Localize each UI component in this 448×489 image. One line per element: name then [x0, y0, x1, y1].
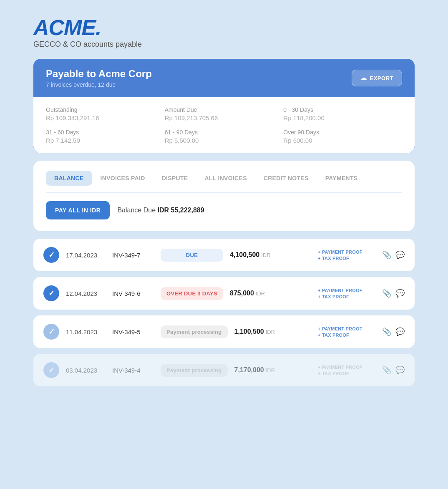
page-subtitle: GECCO & CO accounts payable — [33, 40, 415, 49]
payable-subtitle: 7 invoices overdue, 12 due — [46, 81, 152, 88]
stat-label: 61 - 90 Days — [165, 129, 284, 136]
stat-label: 31 - 60 Days — [46, 129, 165, 136]
invoice-icons: 📎 💬 — [382, 327, 405, 336]
invoice-icons: 📎 💬 — [382, 365, 405, 375]
checkmark-icon: ✓ — [48, 289, 55, 298]
stat-item: Amount Due Rp 109,213,705.66 — [165, 106, 284, 121]
check-circle[interactable]: ✓ — [43, 324, 59, 340]
invoice-id: INV-349-6 — [112, 290, 154, 297]
stat-item: 61 - 90 Days Rp 5,500.00 — [165, 129, 284, 144]
check-circle[interactable]: ✓ — [43, 247, 59, 263]
payment-proof-link[interactable]: + PAYMENT PROOF — [318, 326, 372, 331]
stat-value: Rp 109,213,705.66 — [165, 114, 284, 121]
check-circle[interactable]: ✓ — [43, 285, 59, 301]
tab-dispute[interactable]: DISPUTE — [154, 171, 196, 186]
stat-value: Rp 109,343,291.16 — [46, 114, 165, 121]
invoice-amount: 1,100,500IDR — [234, 328, 311, 335]
stat-label: 0 - 30 Days — [283, 106, 402, 113]
invoice-status-badge: Payment processing — [161, 325, 228, 338]
invoice-row: ✓ 03.04.2023 INV-349-4 Payment processin… — [33, 354, 415, 386]
stat-label: Over 90 Days — [283, 129, 402, 136]
check-circle[interactable]: ✓ — [43, 362, 59, 378]
tab-payments[interactable]: PAYMENTS — [317, 171, 366, 186]
tabs-row: BALANCEINVOICES PAIDDISPUTEALL INVOICESC… — [46, 171, 402, 186]
stat-item: Outstanding Rp 109,343,291.16 — [46, 106, 165, 121]
export-button[interactable]: ☁ EXPORT — [352, 70, 402, 86]
payment-proof-link[interactable]: + PAYMENT PROOF — [318, 288, 372, 293]
checkmark-icon: ✓ — [48, 327, 55, 336]
invoice-actions: + PAYMENT PROOF + TAX PROOF — [318, 250, 372, 261]
invoice-status-badge: Payment processing — [161, 364, 228, 377]
invoice-currency: IDR — [256, 290, 265, 297]
checkmark-icon: ✓ — [48, 365, 55, 375]
tax-proof-link[interactable]: + TAX PROOF — [318, 294, 372, 299]
stat-value: Rp 118,200.00 — [283, 114, 402, 121]
invoice-date: 17.04.2023 — [66, 252, 106, 259]
payable-title: Payable to Acme Corp — [46, 68, 152, 80]
tabs-divider — [46, 192, 402, 193]
comment-icon[interactable]: 💬 — [395, 365, 405, 375]
acme-logo: ACME. — [33, 17, 415, 38]
invoice-status-badge: OVER DUE 3 DAYS — [161, 287, 223, 300]
tab-invoices-paid[interactable]: INVOICES PAID — [92, 171, 154, 186]
tax-proof-link[interactable]: + TAX PROOF — [318, 371, 372, 376]
invoice-currency: IDR — [261, 252, 270, 258]
invoice-currency: IDR — [266, 329, 275, 335]
attachment-icon[interactable]: 📎 — [382, 327, 391, 336]
invoice-row: ✓ 17.04.2023 INV-349-7 DUE 4,100,500IDR … — [33, 239, 415, 271]
comment-icon[interactable]: 💬 — [395, 250, 405, 260]
invoice-currency: IDR — [266, 367, 275, 373]
invoice-actions: + PAYMENT PROOF + TAX PROOF — [318, 326, 372, 338]
invoice-list: ✓ 17.04.2023 INV-349-7 DUE 4,100,500IDR … — [33, 239, 415, 386]
invoice-icons: 📎 💬 — [382, 289, 405, 298]
pay-all-row: PAY ALL IN IDR Balance Due IDR 55,222,88… — [46, 201, 402, 219]
invoice-id: INV-349-5 — [112, 328, 154, 335]
tab-all-invoices[interactable]: ALL INVOICES — [196, 171, 255, 186]
invoice-amount: 875,000IDR — [230, 290, 311, 297]
comment-icon[interactable]: 💬 — [395, 289, 405, 298]
tab-balance[interactable]: BALANCE — [46, 171, 92, 186]
invoice-id: INV-349-7 — [112, 252, 154, 259]
invoice-date: 12.04.2023 — [66, 290, 106, 297]
payment-proof-link[interactable]: + PAYMENT PROOF — [318, 250, 372, 255]
stat-item: Over 90 Days Rp 600.00 — [283, 129, 402, 144]
invoice-row: ✓ 12.04.2023 INV-349-6 OVER DUE 3 DAYS 8… — [33, 277, 415, 310]
stat-label: Outstanding — [46, 106, 165, 113]
invoice-date: 03.04.2023 — [66, 367, 106, 374]
payable-card: Payable to Acme Corp 7 invoices overdue,… — [33, 59, 415, 153]
checkmark-icon: ✓ — [48, 250, 55, 260]
invoice-status-badge: DUE — [161, 249, 223, 262]
invoice-amount: 4,100,500IDR — [230, 251, 311, 259]
export-icon: ☁ — [360, 74, 367, 82]
invoice-row: ✓ 11.04.2023 INV-349-5 Payment processin… — [33, 315, 415, 348]
invoice-actions: + PAYMENT PROOF + TAX PROOF — [318, 365, 372, 376]
page-header: ACME. GECCO & CO accounts payable — [33, 17, 415, 49]
tabs-card: BALANCEINVOICES PAIDDISPUTEALL INVOICESC… — [33, 161, 415, 231]
tab-credit-notes[interactable]: CREDIT NOTES — [255, 171, 317, 186]
invoice-date: 11.04.2023 — [66, 328, 106, 335]
invoice-actions: + PAYMENT PROOF + TAX PROOF — [318, 288, 372, 299]
payment-proof-link[interactable]: + PAYMENT PROOF — [318, 365, 372, 370]
stat-label: Amount Due — [165, 106, 284, 113]
attachment-icon[interactable]: 📎 — [382, 365, 391, 375]
attachment-icon[interactable]: 📎 — [382, 289, 391, 298]
pay-all-button[interactable]: PAY ALL IN IDR — [46, 201, 110, 219]
payable-header: Payable to Acme Corp 7 invoices overdue,… — [33, 59, 415, 97]
attachment-icon[interactable]: 📎 — [382, 250, 391, 260]
invoice-amount: 7,170,000IDR — [234, 366, 311, 374]
balance-due: Balance Due IDR 55,222,889 — [117, 207, 204, 214]
stat-item: 0 - 30 Days Rp 118,200.00 — [283, 106, 402, 121]
comment-icon[interactable]: 💬 — [395, 327, 405, 336]
tax-proof-link[interactable]: + TAX PROOF — [318, 256, 372, 261]
payable-stats: Outstanding Rp 109,343,291.16 Amount Due… — [33, 97, 415, 153]
invoice-icons: 📎 💬 — [382, 250, 405, 260]
stat-value: Rp 600.00 — [283, 137, 402, 144]
invoice-id: INV-349-4 — [112, 367, 154, 374]
stat-item: 31 - 60 Days Rp 7,142.50 — [46, 129, 165, 144]
tax-proof-link[interactable]: + TAX PROOF — [318, 333, 372, 338]
payable-info: Payable to Acme Corp 7 invoices overdue,… — [46, 68, 152, 88]
stat-value: Rp 7,142.50 — [46, 137, 165, 144]
stat-value: Rp 5,500.00 — [165, 137, 284, 144]
